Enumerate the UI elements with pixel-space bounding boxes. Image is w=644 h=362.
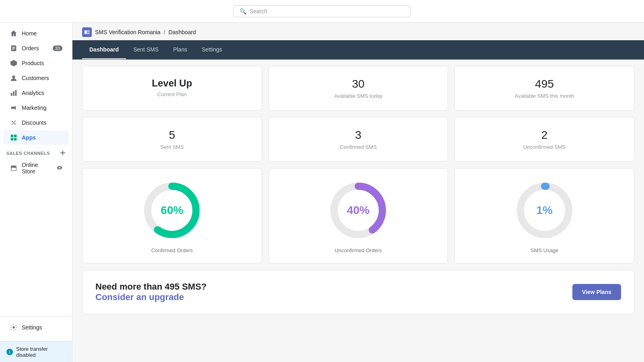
add-sales-channel-button[interactable] xyxy=(60,150,66,156)
donut-sms-usage: 1% xyxy=(512,178,577,243)
chart-label-unconfirmed-orders: Unconfirmed Orders xyxy=(334,247,382,253)
chart-label-confirmed-orders: Confirmed Orders xyxy=(151,247,193,253)
upgrade-text: Need more than 495 SMS? Consider an upgr… xyxy=(95,282,206,302)
stats-row-2: 5 Sent SMS 3 Confirmed SMS 2 Unconfirmed… xyxy=(82,117,634,162)
breadcrumb-app-name: SMS Verification Romania xyxy=(95,29,161,35)
chart-confirmed-orders: 60% Confirmed Orders xyxy=(82,168,262,263)
sidebar-item-settings[interactable]: Settings xyxy=(3,320,69,335)
svg-rect-6 xyxy=(11,93,12,96)
sidebar-item-apps-label: Apps xyxy=(22,134,36,141)
app-logo xyxy=(82,27,92,37)
stat-label-sms-month: Available SMS this month xyxy=(464,93,624,99)
stats-row-1: Level Up Current Plan 30 Available SMS t… xyxy=(82,66,634,111)
svg-point-5 xyxy=(12,76,15,78)
svg-rect-22 xyxy=(87,33,90,34)
sidebar-item-orders[interactable]: Orders 33 xyxy=(3,41,69,56)
tab-dashboard[interactable]: Dashboard xyxy=(82,41,126,59)
donut-percent-sms-usage: 1% xyxy=(536,204,552,217)
sidebar: Home Orders 33 Products Customers xyxy=(0,23,72,362)
sidebar-item-settings-label: Settings xyxy=(22,324,42,331)
secondary-nav: Dashboard Sent SMS Plans Settings xyxy=(72,40,644,60)
sidebar-item-online-store[interactable]: Online Store xyxy=(3,158,69,178)
donut-percent-unconfirmed: 40% xyxy=(347,204,369,217)
app-layout: Home Orders 33 Products Customers xyxy=(0,23,644,362)
sidebar-item-home-label: Home xyxy=(22,30,37,37)
svg-rect-13 xyxy=(14,135,17,137)
main-content: SMS Verification Romania / Dashboard Das… xyxy=(72,23,644,362)
stat-label-sms-today: Available SMS today xyxy=(279,93,438,99)
tab-sent-sms[interactable]: Sent SMS xyxy=(126,41,166,59)
marketing-icon xyxy=(10,104,18,112)
stat-value-current-plan: Level Up xyxy=(92,78,252,89)
sidebar-item-customers[interactable]: Customers xyxy=(3,71,69,85)
stat-label-sent-sms: Sent SMS xyxy=(92,144,252,150)
sales-channels-label: SALES CHANNELS xyxy=(6,151,50,156)
svg-point-19 xyxy=(12,326,14,328)
stat-value-sms-month: 495 xyxy=(464,78,624,90)
sidebar-item-home[interactable]: Home xyxy=(3,26,69,41)
upgrade-main-text: Need more than 495 SMS? xyxy=(95,282,206,292)
sidebar-item-discounts-label: Discounts xyxy=(22,119,46,126)
apps-icon xyxy=(10,134,18,142)
chart-label-sms-usage: SMS Usage xyxy=(530,247,558,253)
tab-plans[interactable]: Plans xyxy=(166,41,194,59)
chart-sms-usage: 1% SMS Usage xyxy=(454,168,634,263)
sidebar-nav: Home Orders 33 Products Customers xyxy=(0,23,72,316)
analytics-icon xyxy=(10,89,18,97)
breadcrumb-separator: / xyxy=(164,29,165,35)
online-store-visibility-icon[interactable] xyxy=(57,165,62,172)
svg-rect-16 xyxy=(11,167,17,171)
sidebar-footer: Settings xyxy=(0,316,72,341)
sidebar-item-orders-label: Orders xyxy=(22,45,39,51)
sidebar-item-online-store-label: Online Store xyxy=(22,162,53,175)
donut-percent-confirmed: 60% xyxy=(161,204,183,217)
search-box[interactable]: 🔍 Search xyxy=(233,5,411,17)
upgrade-sub-text: Consider an upgrade xyxy=(95,292,206,302)
chart-unconfirmed-orders: 40% Unconfirmed Orders xyxy=(268,168,448,263)
sidebar-item-discounts[interactable]: Discounts xyxy=(3,115,69,130)
svg-point-10 xyxy=(14,123,16,125)
settings-icon xyxy=(10,323,18,331)
sidebar-item-apps[interactable]: Apps xyxy=(3,130,69,145)
svg-rect-12 xyxy=(11,135,13,137)
stat-card-sms-today: 30 Available SMS today xyxy=(268,66,448,111)
orders-badge: 33 xyxy=(53,45,62,51)
view-plans-button[interactable]: View Plans xyxy=(572,284,621,300)
sidebar-item-products-label: Products xyxy=(22,60,44,66)
stat-value-sms-today: 30 xyxy=(279,78,438,90)
stat-value-confirmed-sms: 3 xyxy=(279,129,438,142)
stat-card-current-plan: Level Up Current Plan xyxy=(82,66,262,111)
stat-card-unconfirmed-sms: 2 Unconfirmed SMS xyxy=(454,117,634,162)
search-icon: 🔍 xyxy=(239,8,246,14)
stat-label-unconfirmed-sms: Unconfirmed SMS xyxy=(464,144,624,150)
svg-rect-8 xyxy=(15,90,17,96)
discounts-icon xyxy=(10,119,18,127)
sidebar-item-analytics-label: Analytics xyxy=(22,90,44,96)
svg-point-18 xyxy=(59,167,60,168)
svg-rect-21 xyxy=(87,30,90,32)
dashboard-area: Level Up Current Plan 30 Available SMS t… xyxy=(72,60,644,362)
donut-confirmed-orders: 60% xyxy=(140,178,204,243)
info-icon: i xyxy=(6,349,13,355)
donut-label-unconfirmed-orders: 40% xyxy=(347,204,369,217)
stat-label-current-plan: Current Plan xyxy=(92,91,252,97)
search-placeholder: Search xyxy=(250,8,267,14)
stat-card-sent-sms: 5 Sent SMS xyxy=(82,117,262,162)
svg-rect-7 xyxy=(13,91,14,96)
sidebar-item-marketing[interactable]: Marketing xyxy=(3,101,69,115)
stat-value-unconfirmed-sms: 2 xyxy=(464,129,624,142)
tab-settings[interactable]: Settings xyxy=(194,41,229,59)
breadcrumb-current: Dashboard xyxy=(169,29,196,35)
donut-label-sms-usage: 1% xyxy=(536,204,552,217)
home-icon xyxy=(10,29,18,37)
customers-icon xyxy=(10,74,18,82)
svg-rect-14 xyxy=(11,138,13,140)
products-icon xyxy=(10,59,18,67)
stat-card-sms-month: 495 Available SMS this month xyxy=(454,66,634,111)
svg-rect-20 xyxy=(85,30,87,34)
store-transfer-banner: i Store transfer disabled xyxy=(0,341,72,362)
sidebar-sales-channels-section: SALES CHANNELS xyxy=(0,145,72,158)
topbar: 🔍 Search xyxy=(0,0,644,23)
sidebar-item-products[interactable]: Products xyxy=(3,56,69,70)
sidebar-item-analytics[interactable]: Analytics xyxy=(3,86,69,100)
